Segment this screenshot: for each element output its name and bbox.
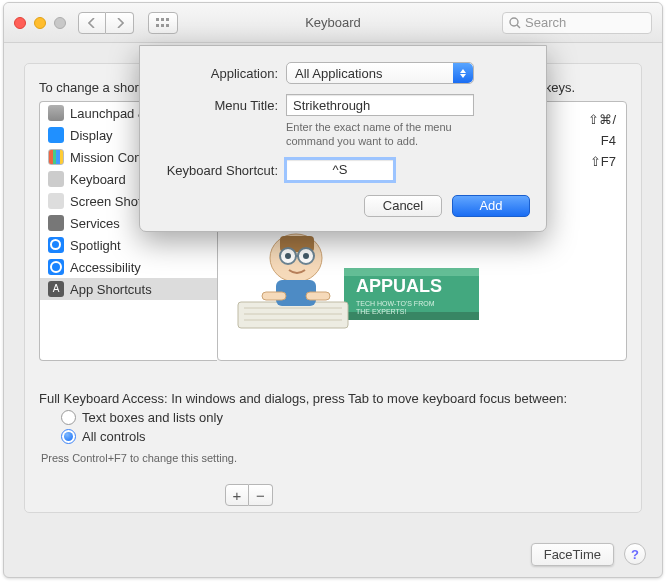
svg-text:THE EXPERTS!: THE EXPERTS!	[356, 308, 406, 315]
sidebar-item-label: Screen Shots	[70, 194, 148, 209]
svg-point-6	[510, 18, 518, 26]
titlebar: Keyboard Search	[4, 3, 662, 43]
window-controls	[14, 17, 66, 29]
svg-rect-5	[166, 24, 169, 27]
minimize-icon[interactable]	[34, 17, 46, 29]
mission-control-icon	[48, 149, 64, 165]
chevron-right-icon	[116, 18, 124, 28]
application-popup[interactable]: All Applications	[286, 62, 474, 84]
radio-label: Text boxes and lists only	[82, 410, 223, 425]
sidebar-item-label: App Shortcuts	[70, 282, 152, 297]
search-icon	[509, 17, 521, 29]
full-keyboard-access: Full Keyboard Access: In windows and dia…	[39, 391, 627, 464]
svg-rect-26	[262, 292, 286, 300]
close-icon[interactable]	[14, 17, 26, 29]
preferences-window: Keyboard Search To change a shortcut, se…	[3, 2, 663, 578]
display-icon	[48, 127, 64, 143]
radio-label: All controls	[82, 429, 146, 444]
zoom-icon[interactable]	[54, 17, 66, 29]
search-placeholder: Search	[525, 15, 566, 30]
svg-line-7	[517, 25, 520, 28]
sidebar-item-label: Keyboard	[70, 172, 126, 187]
sidebar-item-label: Spotlight	[70, 238, 121, 253]
shortcut-label: Keyboard Shortcut:	[156, 159, 286, 178]
svg-rect-0	[156, 18, 159, 21]
back-button[interactable]	[78, 12, 106, 34]
svg-rect-3	[156, 24, 159, 27]
shortcut-key: ⇧⌘/	[588, 112, 616, 127]
search-input[interactable]: Search	[502, 12, 652, 34]
help-button[interactable]: ?	[624, 543, 646, 565]
radio-text-boxes[interactable]: Text boxes and lists only	[61, 410, 627, 425]
svg-point-23	[285, 253, 291, 259]
shortcut-key: F4	[588, 133, 616, 148]
nav-back-forward	[78, 12, 134, 34]
accessibility-icon	[48, 259, 64, 275]
svg-rect-27	[306, 292, 330, 300]
menu-title-hint: Enter the exact name of the menu command…	[286, 120, 496, 149]
sidebar-item-accessibility[interactable]: Accessibility	[40, 256, 217, 278]
menu-title-label: Menu Title:	[156, 94, 286, 113]
sidebar-item-label: Accessibility	[70, 260, 141, 275]
keyboard-icon	[48, 171, 64, 187]
show-all-button[interactable]	[148, 12, 178, 34]
services-icon	[48, 215, 64, 231]
add-shortcut-button[interactable]: +	[225, 484, 249, 506]
chevron-left-icon	[88, 18, 96, 28]
spotlight-icon	[48, 237, 64, 253]
cancel-button[interactable]: Cancel	[364, 195, 442, 217]
sidebar-item-spotlight[interactable]: Spotlight	[40, 234, 217, 256]
grid-icon	[156, 18, 170, 28]
launchpad-icon	[48, 105, 64, 121]
access-hint: Press Control+F7 to change this setting.	[41, 452, 627, 464]
sidebar-item-app-shortcuts[interactable]: App Shortcuts	[40, 278, 217, 300]
svg-rect-2	[166, 18, 169, 21]
radio-icon	[61, 429, 76, 444]
shortcut-keys-list: ⇧⌘/ F4 ⇧F7	[588, 112, 616, 169]
menu-title-field[interactable]	[286, 94, 474, 116]
svg-rect-9	[344, 268, 479, 276]
svg-text:TECH HOW-TO'S FROM: TECH HOW-TO'S FROM	[356, 300, 435, 307]
svg-text:APPUALS: APPUALS	[356, 276, 442, 296]
application-value: All Applications	[287, 66, 390, 81]
access-heading: Full Keyboard Access: In windows and dia…	[39, 391, 627, 406]
remove-shortcut-button[interactable]: −	[249, 484, 273, 506]
radio-all-controls[interactable]: All controls	[61, 429, 627, 444]
facetime-chip[interactable]: FaceTime	[531, 543, 614, 566]
add-button[interactable]: Add	[452, 195, 530, 217]
screenshot-icon	[48, 193, 64, 209]
forward-button[interactable]	[106, 12, 134, 34]
svg-rect-4	[161, 24, 164, 27]
svg-rect-1	[161, 18, 164, 21]
svg-point-24	[303, 253, 309, 259]
radio-icon	[61, 410, 76, 425]
sidebar-item-label: Display	[70, 128, 113, 143]
app-shortcuts-icon	[48, 281, 64, 297]
bottom-bar: FaceTime ?	[4, 531, 662, 577]
shortcut-key: ⇧F7	[588, 154, 616, 169]
shortcut-field[interactable]	[286, 159, 394, 181]
popup-arrows-icon	[453, 63, 473, 83]
application-label: Application:	[156, 62, 286, 81]
sidebar-item-label: Services	[70, 216, 120, 231]
add-shortcut-sheet: Application: All Applications Menu Title…	[139, 45, 547, 232]
add-remove-buttons: + −	[225, 484, 273, 506]
